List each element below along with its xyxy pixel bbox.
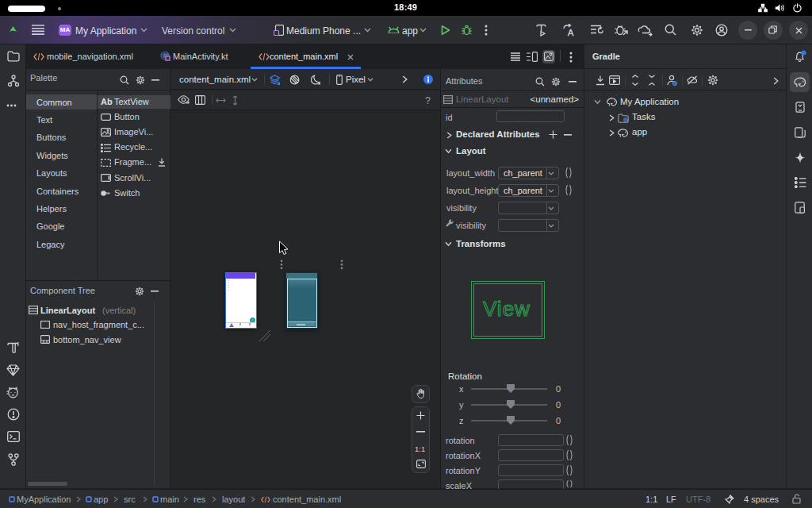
svg-text:A: A (568, 28, 574, 37)
